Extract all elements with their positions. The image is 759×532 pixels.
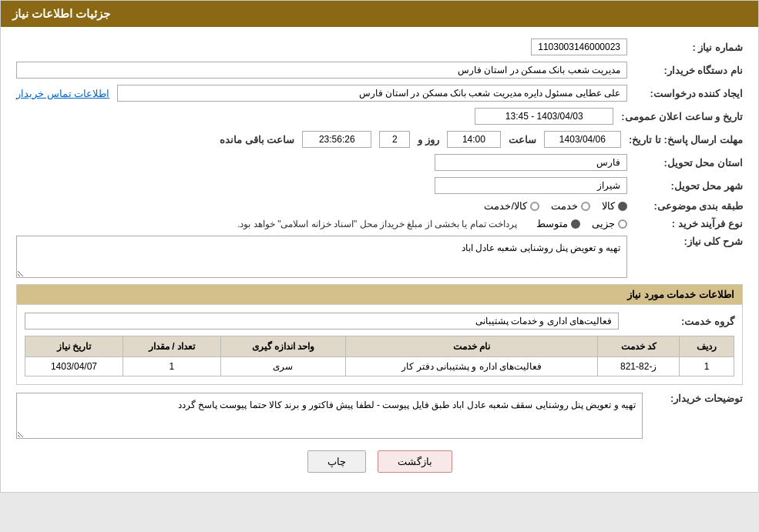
need-number-row: شماره نیاز : 1103003146000023: [16, 38, 743, 55]
service-group-row: گروه خدمت: فعالیت‌های اداری و خدمات پشتی…: [25, 313, 734, 330]
cell-unit: سری: [220, 357, 345, 376]
radio-service-circle: [581, 202, 590, 211]
remaining-label: ساعت باقی مانده: [220, 134, 294, 146]
cell-service_code: ز-82-821: [598, 357, 680, 376]
datetime-label: تاریخ و ساعت اعلان عمومی:: [621, 111, 743, 122]
service-group-value: فعالیت‌های اداری و خدمات پشتیبانی: [25, 313, 619, 330]
col-row-num: ردیف: [680, 336, 734, 357]
buyer-org-value: مدیریت شعب بانک مسکن در استان فارس: [16, 62, 627, 79]
services-table: ردیف کد خدمت نام خدمت واحد اندازه گیری ت…: [25, 336, 734, 376]
datetime-row: تاریخ و ساعت اعلان عمومی: 1403/04/03 - 1…: [16, 108, 743, 125]
contact-link[interactable]: اطلاعات تماس خریدار: [16, 88, 109, 99]
general-desc-row: شرح کلی نیاز: تهیه و تعویض پنل روشنایی ش…: [16, 236, 743, 278]
buyer-org-row: نام دستگاه خریدار: مدیریت شعب بانک مسکن …: [16, 62, 743, 79]
col-need-date: تاریخ نیاز: [25, 336, 123, 357]
radio-service[interactable]: خدمت: [551, 200, 590, 212]
datetime-value: 1403/04/03 - 13:45: [475, 108, 613, 125]
radio-partial-label: جزیی: [592, 218, 615, 229]
cell-service_name: فعالیت‌های اداره و پشتیبانی دفتر کار: [346, 357, 598, 376]
response-date: 1403/04/06: [544, 131, 621, 148]
buyer-org-label: نام دستگاه خریدار:: [635, 65, 743, 76]
creator-label: ایجاد کننده درخواست:: [635, 88, 743, 99]
col-service-name: نام خدمت: [346, 336, 598, 357]
province-label: استان محل تحویل:: [635, 157, 743, 169]
radio-goods[interactable]: کالا: [602, 200, 627, 212]
city-label: شهر محل تحویل:: [635, 180, 743, 192]
process-note: پرداخت تمام یا بخشی از مبلغ خریداز محل "…: [237, 219, 517, 229]
deadline-label: مهلت ارسال پاسخ: تا تاریخ:: [629, 134, 743, 146]
process-radio-group: جزیی متوسط: [536, 218, 627, 229]
category-label: طبقه بندی موضوعی:: [635, 200, 743, 212]
radio-service-label: خدمت: [551, 200, 578, 212]
radio-medium-label: متوسط: [536, 218, 568, 229]
radio-medium[interactable]: متوسط: [536, 218, 580, 229]
radio-goods-label: کالا: [602, 200, 615, 212]
time-label: ساعت: [509, 134, 536, 146]
back-button[interactable]: بازگشت: [378, 450, 452, 473]
need-number-value: 1103003146000023: [531, 38, 627, 55]
page-header: جزئیات اطلاعات نیاز: [1, 1, 758, 27]
radio-goods-service-label: کالا/خدمت: [484, 200, 527, 212]
table-row: 1ز-82-821فعالیت‌های اداره و پشتیبانی دفت…: [25, 357, 734, 376]
creator-row: ایجاد کننده درخواست: علی عطایی مسئول دای…: [16, 85, 743, 102]
services-section: اطلاعات خدمات مورد نیاز گروه خدمت: فعالی…: [16, 284, 743, 385]
radio-partial[interactable]: جزیی: [592, 218, 627, 229]
buyer-desc-row: توضیحات خریدار: تهیه و تعویض پنل روشنایی…: [16, 393, 743, 439]
days-label: روز و: [418, 134, 439, 146]
col-service-code: کد خدمت: [598, 336, 680, 357]
buttons-row: بازگشت چاپ: [16, 450, 743, 473]
services-title: اطلاعات خدمات مورد نیاز: [17, 285, 742, 305]
page-title: جزئیات اطلاعات نیاز: [12, 7, 110, 20]
need-number-label: شماره نیاز :: [635, 42, 743, 53]
cell-need_date: 1403/04/07: [25, 357, 123, 376]
service-group-label: گروه خدمت:: [626, 316, 734, 327]
city-row: شهر محل تحویل: شیراز: [16, 177, 743, 194]
general-desc-value: تهیه و تعویض پنل روشنایی شعبه عادل اباد: [16, 236, 627, 278]
category-radio-group: کالا خدمت کالا/خدمت: [484, 200, 627, 212]
province-row: استان محل تحویل: فارس: [16, 154, 743, 171]
process-label: نوع فرآیند خرید :: [635, 218, 743, 229]
process-row: نوع فرآیند خرید : جزیی متوسط پرداخت تمام…: [16, 218, 743, 229]
radio-goods-circle: [618, 202, 627, 211]
radio-partial-circle: [618, 219, 627, 229]
radio-medium-circle: [571, 219, 580, 229]
city-value: شیراز: [435, 177, 627, 194]
radio-goods-service[interactable]: کالا/خدمت: [484, 200, 539, 212]
col-unit: واحد اندازه گیری: [220, 336, 345, 357]
response-days: 2: [379, 131, 410, 148]
buyer-desc-label: توضیحات خریدار:: [650, 393, 743, 404]
col-quantity: تعداد / مقدار: [123, 336, 220, 357]
province-value: فارس: [435, 154, 627, 171]
cell-row_num: 1: [680, 357, 734, 376]
category-row: طبقه بندی موضوعی: کالا خدمت کالا/خدمت: [16, 200, 743, 212]
print-button[interactable]: چاپ: [307, 450, 366, 473]
general-desc-label: شرح کلی نیاز:: [635, 236, 743, 247]
response-remaining: 23:56:26: [302, 131, 371, 148]
response-time: 14:00: [447, 131, 501, 148]
deadline-row: مهلت ارسال پاسخ: تا تاریخ: 1403/04/06 سا…: [16, 131, 743, 148]
buyer-desc-value: تهیه و تعویض پنل روشنایی سقف شعبه عادل ا…: [16, 393, 643, 439]
creator-value: علی عطایی مسئول دایره مدیریت شعب بانک مس…: [117, 85, 627, 102]
radio-goods-service-circle: [530, 202, 539, 211]
cell-quantity: 1: [123, 357, 220, 376]
services-table-container: ردیف کد خدمت نام خدمت واحد اندازه گیری ت…: [25, 336, 734, 376]
